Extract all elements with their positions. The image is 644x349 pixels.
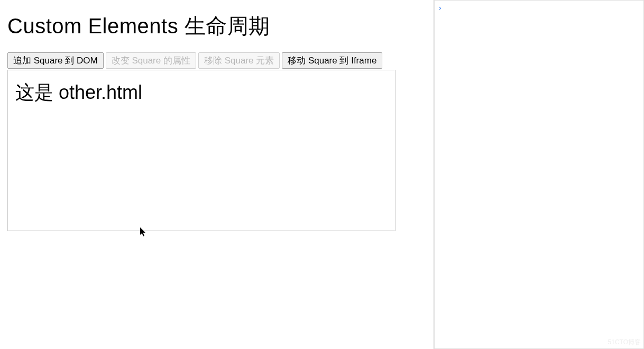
move-square-button[interactable]: 移动 Square 到 Iframe	[282, 52, 382, 69]
add-square-button[interactable]: 追加 Square 到 DOM	[7, 52, 104, 69]
devtools-panel: ›	[434, 0, 644, 349]
button-row: 追加 Square 到 DOM 改变 Square 的属性 移除 Square …	[7, 52, 426, 69]
iframe-page-title: 这是 other.html	[15, 80, 388, 106]
remove-square-button[interactable]: 移除 Square 元素	[198, 52, 280, 69]
watermark-text: 51CTO博客	[608, 338, 641, 347]
devtools-console[interactable]: ›	[434, 0, 644, 349]
main-content-area: Custom Elements 生命周期 追加 Square 到 DOM 改变 …	[0, 0, 434, 349]
iframe-container: 这是 other.html	[7, 70, 395, 231]
console-prompt-icon: ›	[438, 4, 442, 12]
change-square-button[interactable]: 改变 Square 的属性	[106, 52, 196, 69]
page-title: Custom Elements 生命周期	[7, 12, 426, 41]
